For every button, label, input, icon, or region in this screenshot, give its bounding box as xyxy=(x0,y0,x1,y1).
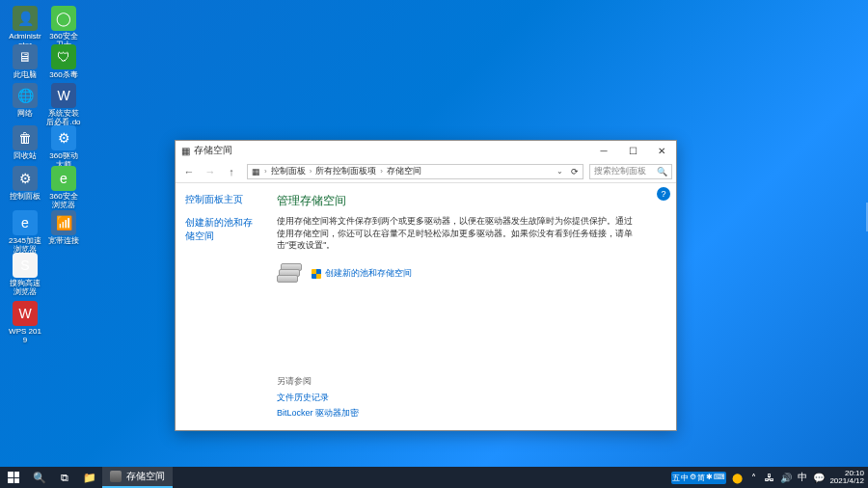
related-file-history[interactable]: 文件历史记录 xyxy=(277,392,359,404)
storage-icon xyxy=(110,471,122,482)
system-tray: 五中⚙简✱⌨ ⬤ ˄ 🖧 🔊 中 💬 20:10 2021/4/12 xyxy=(671,470,868,485)
refresh-icon[interactable]: ⟳ xyxy=(571,167,579,176)
start-button[interactable] xyxy=(0,467,27,488)
nav-bar: ← → ↑ ▦ › 控制面板 › 所有控制面板项 › 存储空间 ⌄ ⟳ 搜索控制… xyxy=(176,160,676,183)
desktop-icon[interactable]: 🛡360杀毒 xyxy=(46,44,81,80)
title-bar: ▦ 存储空间 ─ ☐ ✕ xyxy=(176,141,676,160)
page-heading: 管理存储空间 xyxy=(277,193,637,209)
main-content: ? 管理存储空间 使用存储空间将文件保存到两个或更多驱动器，以便在驱动器发生故障… xyxy=(267,183,676,430)
desktop-icon[interactable]: 📶宽带连接 xyxy=(46,210,81,246)
forward-button: → xyxy=(201,163,220,180)
sidebar: 控制面板主页 创建新的池和存储空间 xyxy=(176,183,267,430)
date-label: 2021/4/12 xyxy=(829,477,864,485)
breadcrumb-item[interactable]: 控制面板 xyxy=(271,165,306,177)
desktop-icon[interactable]: 🗑回收站 xyxy=(8,125,42,161)
desktop-icon[interactable]: 🖥此电脑 xyxy=(8,44,42,80)
breadcrumb-bar[interactable]: ▦ › 控制面板 › 所有控制面板项 › 存储空间 ⌄ ⟳ xyxy=(247,164,583,179)
create-pool-link[interactable]: 创建新的池和存储空间 xyxy=(312,267,412,280)
breadcrumb-item[interactable]: 所有控制面板项 xyxy=(315,165,376,177)
tray-lang-icon[interactable]: 中 xyxy=(797,472,808,483)
create-link-label: 创建新的池和存储空间 xyxy=(325,267,412,280)
explorer-button[interactable]: 📁 xyxy=(77,467,102,488)
related-links: 另请参阅 文件历史记录 BitLocker 驱动器加密 xyxy=(277,375,359,422)
related-bitlocker[interactable]: BitLocker 驱动器加密 xyxy=(277,407,359,420)
desktop-icon[interactable]: ⚙控制面板 xyxy=(8,166,42,202)
taskbar: 🔍 ⧉ 📁 存储空间 五中⚙简✱⌨ ⬤ ˄ 🖧 🔊 中 💬 20:10 2021… xyxy=(0,467,868,488)
tray-network-icon[interactable]: 🖧 xyxy=(764,472,775,483)
maximize-button[interactable]: ☐ xyxy=(618,141,647,160)
search-icon: 🔍 xyxy=(657,167,667,176)
minimize-button[interactable]: ─ xyxy=(589,141,618,160)
search-placeholder: 搜索控制面板 xyxy=(594,165,646,177)
task-view-button[interactable]: ⧉ xyxy=(52,467,77,488)
taskbar-label: 存储空间 xyxy=(126,470,165,483)
close-button[interactable]: ✕ xyxy=(647,141,676,160)
folder-icon: ▦ xyxy=(252,167,260,176)
chevron-right-icon: › xyxy=(310,167,312,176)
create-action: 创建新的池和存储空间 xyxy=(277,263,637,285)
tray-up-icon[interactable]: ˄ xyxy=(747,472,759,483)
tray-notification-icon[interactable]: 💬 xyxy=(813,472,825,483)
uac-shield-icon xyxy=(312,269,321,279)
clock[interactable]: 20:10 2021/4/12 xyxy=(829,470,864,485)
desktop-icon[interactable]: WWPS 2019 xyxy=(8,301,42,345)
breadcrumb-item[interactable]: 存储空间 xyxy=(387,165,421,177)
desktop-icon[interactable]: S搜狗高速浏览器 xyxy=(8,253,42,297)
control-panel-window: ▦ 存储空间 ─ ☐ ✕ ← → ↑ ▦ › 控制面板 › 所有控制面板项 › … xyxy=(175,140,677,431)
taskbar-active-window[interactable]: 存储空间 xyxy=(102,467,173,488)
tray-security-icon[interactable]: ⬤ xyxy=(731,472,743,483)
related-header: 另请参阅 xyxy=(277,375,359,388)
window-body: 控制面板主页 创建新的池和存储空间 ? 管理存储空间 使用存储空间将文件保存到两… xyxy=(176,183,676,430)
drives-icon xyxy=(277,263,304,285)
page-description: 使用存储空间将文件保存到两个或更多驱动器，以便在驱动器发生故障时为你提供保护。通… xyxy=(277,215,637,252)
dropdown-icon[interactable]: ⌄ xyxy=(556,167,563,176)
search-button[interactable]: 🔍 xyxy=(27,467,52,488)
back-button[interactable]: ← xyxy=(179,163,199,180)
tray-volume-icon[interactable]: 🔊 xyxy=(780,472,792,483)
sidebar-create-link[interactable]: 创建新的池和存储空间 xyxy=(185,216,258,243)
desktop-icon[interactable]: ◯360安全卫士 xyxy=(46,6,81,50)
ime-bar[interactable]: 五中⚙简✱⌨ xyxy=(671,472,726,484)
sidebar-home-link[interactable]: 控制面板主页 xyxy=(185,193,258,206)
search-input[interactable]: 搜索控制面板 🔍 xyxy=(589,164,672,179)
up-button[interactable]: ↑ xyxy=(222,163,241,180)
desktop-icon[interactable]: 👤Administrator xyxy=(8,6,42,50)
desktop-icon[interactable]: 🌐网络 xyxy=(8,83,42,119)
window-title: 存储空间 xyxy=(194,144,232,157)
chevron-right-icon: › xyxy=(380,167,383,176)
desktop-icon[interactable]: ⚙360驱动大师 xyxy=(46,125,81,170)
storage-icon: ▦ xyxy=(181,146,190,156)
help-button[interactable]: ? xyxy=(657,187,670,201)
desktop-icon[interactable]: e360安全浏览器 xyxy=(46,166,81,210)
chevron-right-icon: › xyxy=(264,167,267,176)
desktop-icon[interactable]: e2345加速浏览器 xyxy=(8,210,42,255)
